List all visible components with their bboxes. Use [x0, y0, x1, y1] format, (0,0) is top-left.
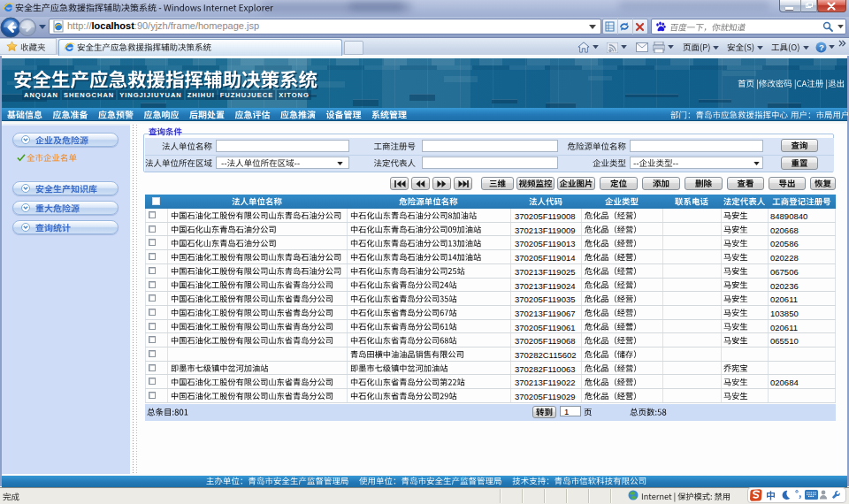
- svg-text:?: ?: [819, 42, 824, 52]
